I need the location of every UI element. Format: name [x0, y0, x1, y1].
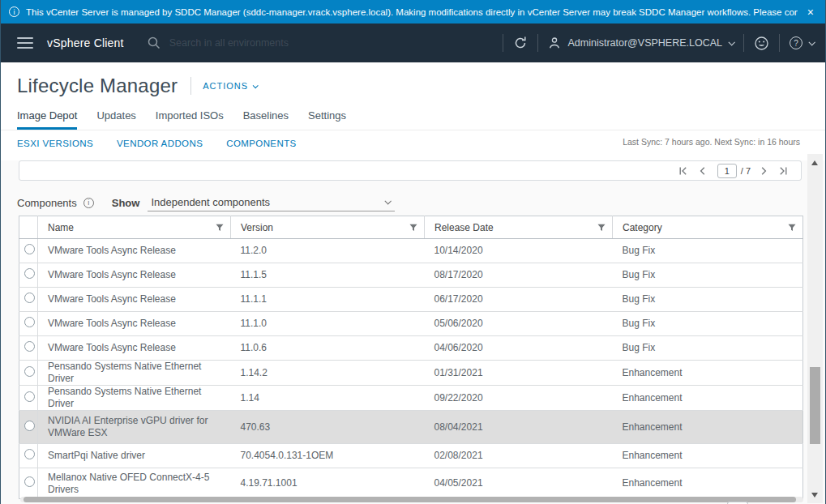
- sddc-banner: i This vCenter Server is managed by SDDC…: [1, 0, 825, 23]
- component-version: 11.1.1: [231, 288, 425, 312]
- tab-image-depot[interactable]: Image Depot: [17, 109, 77, 130]
- tab-settings[interactable]: Settings: [308, 109, 346, 130]
- user-menu[interactable]: Administrator@VSPHERE.LOCAL: [548, 36, 734, 49]
- next-page-icon: [759, 166, 768, 176]
- feedback-button[interactable]: [754, 36, 769, 51]
- tab-updates[interactable]: Updates: [96, 109, 135, 130]
- subtab-components[interactable]: COMPONENTS: [226, 139, 296, 148]
- column-label: Version: [241, 222, 273, 233]
- row-radio[interactable]: [24, 244, 35, 254]
- column-header-version[interactable]: Version: [231, 216, 425, 239]
- column-header-release-date[interactable]: Release Date: [425, 216, 613, 239]
- tab-imported-isos[interactable]: Imported ISOs: [156, 109, 224, 130]
- filter-icon[interactable]: [788, 224, 796, 232]
- tab-bar: Image Depot Updates Imported ISOs Baseli…: [1, 109, 825, 130]
- table-row-selected[interactable]: NVIDIA AI Enterprise vGPU driver for VMW…: [19, 411, 803, 444]
- filter-icon[interactable]: [216, 224, 224, 232]
- components-table: Name Version Release Date Category: [19, 216, 803, 499]
- user-icon: [548, 36, 561, 49]
- row-radio[interactable]: [24, 341, 35, 352]
- component-name: VMware Tools Async Release: [38, 239, 231, 263]
- vertical-scrollbar-thumb[interactable]: [810, 367, 820, 444]
- component-name: VMware Tools Async Release: [38, 312, 231, 336]
- scroll-down-icon[interactable]: [811, 493, 818, 498]
- vertical-scrollbar[interactable]: [807, 154, 823, 503]
- component-name: VMware Tools Async Release: [38, 336, 231, 361]
- table-row[interactable]: VMware Tools Async Release 11.1.1 06/17/…: [19, 288, 803, 312]
- refresh-button[interactable]: [513, 36, 528, 50]
- show-label: Show: [112, 197, 140, 209]
- component-release-date: 09/22/2020: [425, 386, 613, 411]
- tab-baselines[interactable]: Baselines: [243, 109, 289, 130]
- column-header-category[interactable]: Category: [613, 216, 803, 239]
- actions-button[interactable]: ACTIONS: [203, 81, 257, 91]
- table-row[interactable]: VMware Tools Async Release 11.1.0 05/06/…: [19, 312, 803, 336]
- component-name: NVIDIA AI Enterprise vGPU driver for VMW…: [38, 411, 231, 444]
- next-page-button[interactable]: [754, 166, 773, 176]
- page-number-input[interactable]: [717, 164, 737, 178]
- smiley-icon: [754, 36, 769, 51]
- horizontal-scrollbar[interactable]: [20, 497, 803, 502]
- row-radio[interactable]: [24, 476, 35, 487]
- row-radio[interactable]: [24, 317, 35, 327]
- row-radio[interactable]: [24, 391, 35, 402]
- component-release-date: 02/08/2021: [425, 444, 613, 468]
- component-release-date: 01/31/2021: [425, 361, 613, 386]
- filter-icon[interactable]: [597, 224, 606, 232]
- filter-icon[interactable]: [409, 224, 417, 232]
- table-row[interactable]: Pensando Systems Native Ethernet Driver …: [19, 361, 803, 386]
- column-header-name[interactable]: Name: [38, 216, 231, 239]
- pager: / 7: [674, 164, 793, 178]
- prev-page-icon: [698, 166, 708, 176]
- help-menu[interactable]: ?: [790, 36, 814, 49]
- row-radio[interactable]: [24, 293, 35, 303]
- prev-page-button[interactable]: [693, 166, 713, 176]
- menu-icon[interactable]: [17, 37, 33, 49]
- app-header: vSphere Client Search in all environment…: [1, 23, 825, 62]
- first-page-button[interactable]: [674, 166, 693, 176]
- table-row[interactable]: Mellanox Native OFED ConnectX-4-5 Driver…: [19, 468, 803, 499]
- table-row[interactable]: VMware Tools Async Release 11.1.5 08/17/…: [19, 263, 803, 288]
- divider: [537, 34, 538, 52]
- subtab-vendor-addons[interactable]: VENDOR ADDONS: [117, 139, 203, 148]
- table-row[interactable]: Pensando Systems Native Ethernet Driver …: [19, 386, 803, 411]
- content-area: / 7 Components i Show Independ: [1, 160, 825, 504]
- row-radio[interactable]: [24, 421, 35, 431]
- last-page-button[interactable]: [773, 166, 793, 176]
- search-input[interactable]: Search in all environments: [147, 36, 494, 50]
- table-row[interactable]: VMware Tools Async Release 11.2.0 10/14/…: [19, 239, 803, 263]
- close-icon[interactable]: ×: [807, 6, 814, 19]
- component-category: Enhancement: [613, 411, 803, 444]
- component-category: Bug Fix: [613, 263, 803, 288]
- actions-label: ACTIONS: [203, 81, 248, 91]
- component-name: Mellanox Native OFED ConnectX-4-5 Driver…: [38, 468, 231, 499]
- component-name: Pensando Systems Native Ethernet Driver: [38, 361, 231, 386]
- chevron-down-icon: [253, 83, 259, 88]
- row-radio[interactable]: [24, 366, 35, 377]
- component-category: Enhancement: [613, 444, 803, 468]
- component-release-date: 05/06/2020: [425, 312, 613, 336]
- search-icon: [147, 36, 161, 50]
- scroll-up-icon[interactable]: [811, 160, 818, 165]
- column-label: Category: [623, 222, 662, 233]
- component-version: 11.0.6: [231, 336, 425, 361]
- banner-message: This vCenter Server is managed by SDDC M…: [26, 7, 798, 17]
- component-version: 470.63: [231, 411, 425, 444]
- row-radio[interactable]: [24, 268, 35, 279]
- component-version: 4.19.71.1001: [231, 468, 425, 499]
- page-title: Lifecycle Manager: [17, 75, 178, 97]
- show-filter-select[interactable]: Independent components: [148, 194, 395, 211]
- divider: [503, 34, 503, 52]
- row-radio[interactable]: [24, 449, 35, 459]
- subtab-esxi-versions[interactable]: ESXI VERSIONS: [17, 139, 93, 148]
- table-row[interactable]: VMware Tools Async Release 11.0.6 04/06/…: [19, 336, 803, 361]
- first-page-icon: [678, 166, 688, 176]
- component-version: 11.1.0: [231, 312, 425, 336]
- table-row[interactable]: SmartPqi Native driver 70.4054.0.131-1OE…: [19, 444, 803, 468]
- info-icon: i: [9, 6, 19, 17]
- horizontal-scrollbar-thumb[interactable]: [24, 497, 796, 502]
- chevron-down-icon: [808, 39, 815, 45]
- components-info-icon[interactable]: i: [83, 198, 94, 208]
- component-release-date: 08/04/2021: [425, 411, 613, 444]
- component-category: Enhancement: [613, 468, 803, 499]
